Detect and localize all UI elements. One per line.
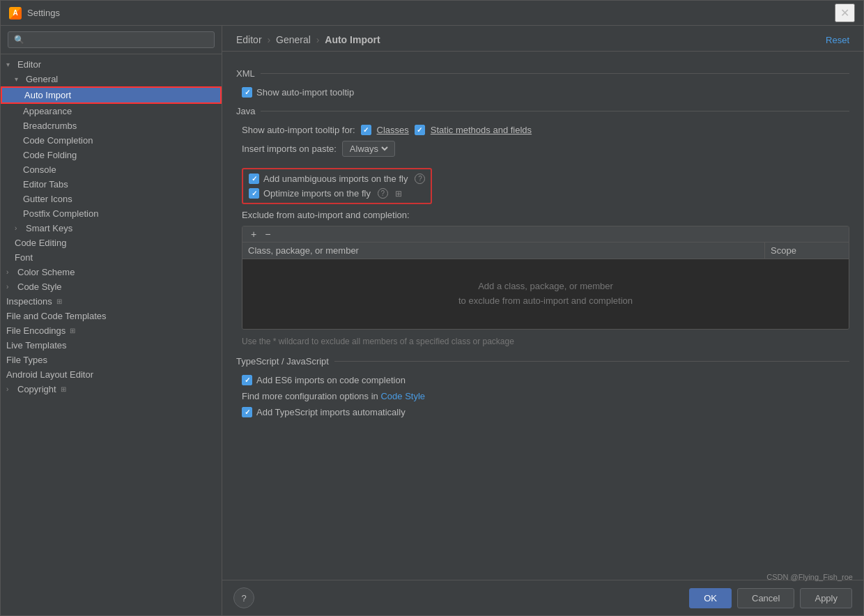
table-col-main-header: Class, package, or member	[242, 242, 765, 259]
table-header: Class, package, or member Scope	[242, 242, 849, 259]
checkmark: ✓	[245, 408, 250, 416]
exclude-table: + − Class, package, or member Scope Add …	[242, 226, 849, 330]
sidebar-item-label: Live Templates	[6, 340, 66, 351]
add-ts-row: ✓ Add TypeScript imports automatically	[236, 407, 849, 417]
xml-divider	[261, 73, 849, 74]
sidebar-item-general[interactable]: ▾ General	[1, 72, 222, 86]
sidebar-item-label: File Types	[6, 355, 47, 365]
checkmark: ✓	[417, 126, 422, 134]
remove-row-button[interactable]: −	[262, 229, 273, 239]
breadcrumb-sep-2: ›	[316, 34, 323, 45]
sidebar-item-live-templates[interactable]: Live Templates	[1, 338, 222, 353]
breadcrumb: Editor › General › Auto Import	[236, 34, 380, 45]
xml-show-tooltip-checkbox[interactable]: ✓ Show auto-import tooltip	[242, 87, 354, 98]
sidebar-item-label: Breadcrumbs	[23, 121, 77, 131]
add-es6-cb[interactable]: ✓	[242, 375, 252, 385]
main-header: Editor › General › Auto Import Reset	[222, 26, 863, 52]
apply-button[interactable]: Apply	[800, 588, 852, 608]
sidebar-item-code-folding[interactable]: Code Folding	[1, 148, 222, 162]
add-ts-cb[interactable]: ✓	[242, 407, 252, 417]
sidebar-item-label: Font	[15, 252, 33, 263]
arrow-color-scheme: ›	[6, 268, 15, 276]
sidebar-item-copyright[interactable]: › Copyright ⊞	[1, 382, 222, 396]
help-icon-2[interactable]: ?	[378, 188, 388, 199]
sidebar-item-label: Code Editing	[15, 238, 66, 248]
sidebar-item-postfix-completion[interactable]: Postfix Completion	[1, 206, 222, 221]
add-ts-checkbox[interactable]: ✓ Add TypeScript imports automatically	[242, 407, 406, 417]
add-unambiguous-checkbox[interactable]: ✓ Add unambiguous imports on the fly ?	[249, 174, 425, 184]
xml-section-title: XML	[236, 68, 255, 79]
sidebar-item-label: General	[26, 74, 58, 84]
sidebar-tree: ▾ Editor ▾ General Auto Import Appearanc…	[1, 54, 222, 615]
settings-window: A Settings ✕ ▾ Editor ▾ General	[0, 0, 864, 616]
arrow-general: ▾	[15, 75, 23, 83]
sidebar-item-file-code-templates[interactable]: File and Code Templates	[1, 309, 222, 323]
sidebar-item-code-editing[interactable]: Code Editing	[1, 236, 222, 250]
search-bar	[1, 26, 222, 54]
settings-icon3: ⊞	[61, 385, 66, 393]
java-tooltip-row: Show auto-import tooltip for: ✓ Classes …	[236, 125, 849, 135]
sidebar-item-smart-keys[interactable]: › Smart Keys	[1, 221, 222, 236]
sidebar-item-editor[interactable]: ▾ Editor	[1, 57, 222, 72]
ok-button[interactable]: OK	[689, 588, 732, 608]
sidebar-item-label: Editor	[17, 59, 41, 70]
ts-section-header: TypeScript / JavaScript	[236, 356, 849, 367]
insert-imports-dropdown[interactable]: Always Ask Never	[347, 143, 390, 155]
main-panel: Editor › General › Auto Import Reset XML	[222, 26, 863, 615]
help-text: ?	[381, 190, 385, 197]
sidebar-item-code-completion[interactable]: Code Completion	[1, 133, 222, 148]
java-classes-cb[interactable]: ✓	[361, 125, 371, 135]
add-row-button[interactable]: +	[248, 229, 259, 239]
table-toolbar: + −	[242, 226, 849, 242]
app-icon: A	[9, 7, 22, 20]
sidebar-item-inspections[interactable]: Inspections ⊞	[1, 294, 222, 309]
sidebar-item-label: Copyright	[17, 384, 56, 394]
insert-imports-select[interactable]: Always Ask Never	[342, 141, 395, 157]
java-classes-label[interactable]: Classes	[377, 125, 409, 135]
sidebar-item-label: Code Folding	[23, 150, 77, 160]
sidebar-item-gutter-icons[interactable]: Gutter Icons	[1, 192, 222, 206]
insert-imports-label: Insert imports on paste:	[242, 144, 337, 154]
add-unambiguous-cb[interactable]: ✓	[249, 174, 259, 184]
settings-icon2: ⊞	[70, 327, 75, 334]
code-style-link[interactable]: Code Style	[380, 391, 425, 401]
sidebar-item-label: Inspections	[6, 296, 52, 307]
cancel-button[interactable]: Cancel	[737, 588, 794, 608]
sidebar-item-android-layout-editor[interactable]: Android Layout Editor	[1, 367, 222, 382]
sidebar-item-auto-import[interactable]: Auto Import	[1, 86, 222, 104]
checkmark: ✓	[363, 126, 369, 134]
java-section-title: Java	[236, 106, 255, 116]
table-col-scope-header: Scope	[765, 242, 849, 259]
sidebar-item-console[interactable]: Console	[1, 162, 222, 177]
sidebar-item-color-scheme[interactable]: › Color Scheme	[1, 265, 222, 279]
sidebar-item-font[interactable]: Font	[1, 250, 222, 265]
sidebar-item-code-style[interactable]: › Code Style	[1, 279, 222, 294]
exclude-label: Exclude from auto-import and completion:	[242, 210, 410, 220]
reset-button[interactable]: Reset	[826, 35, 849, 45]
sidebar-item-file-encodings[interactable]: File Encodings ⊞	[1, 323, 222, 338]
java-static-cb[interactable]: ✓	[415, 125, 425, 135]
help-button[interactable]: ?	[233, 587, 254, 608]
sidebar-item-label: Code Completion	[23, 135, 93, 146]
sidebar-item-label: Editor Tabs	[23, 179, 68, 190]
breadcrumb-part-2: General	[276, 34, 311, 45]
sidebar-item-label: Android Layout Editor	[6, 369, 93, 380]
close-button[interactable]: ✕	[835, 3, 855, 22]
optimize-imports-cb[interactable]: ✓	[249, 188, 259, 199]
sidebar-item-label: Appearance	[23, 106, 72, 116]
search-input[interactable]	[8, 31, 215, 48]
optimize-imports-checkbox[interactable]: ✓ Optimize imports on the fly ? ⊞	[249, 188, 425, 199]
arrow-copyright: ›	[6, 385, 15, 393]
java-static-label[interactable]: Static methods and fields	[431, 125, 532, 135]
sidebar-item-label: File Encodings	[6, 325, 65, 336]
sidebar-item-editor-tabs[interactable]: Editor Tabs	[1, 177, 222, 192]
sidebar-item-file-types[interactable]: File Types	[1, 353, 222, 367]
xml-tooltip-cb[interactable]: ✓	[242, 87, 252, 98]
sidebar-item-appearance[interactable]: Appearance	[1, 104, 222, 118]
arrow-editor: ▾	[6, 61, 15, 68]
bottom-bar: ? OK Cancel Apply	[222, 580, 863, 615]
sidebar-item-breadcrumbs[interactable]: Breadcrumbs	[1, 118, 222, 133]
help-icon-1[interactable]: ?	[415, 174, 425, 184]
main-scroll-area: XML ✓ Show auto-import tooltip Java	[222, 52, 863, 580]
add-es6-checkbox[interactable]: ✓ Add ES6 imports on code completion	[242, 375, 406, 385]
